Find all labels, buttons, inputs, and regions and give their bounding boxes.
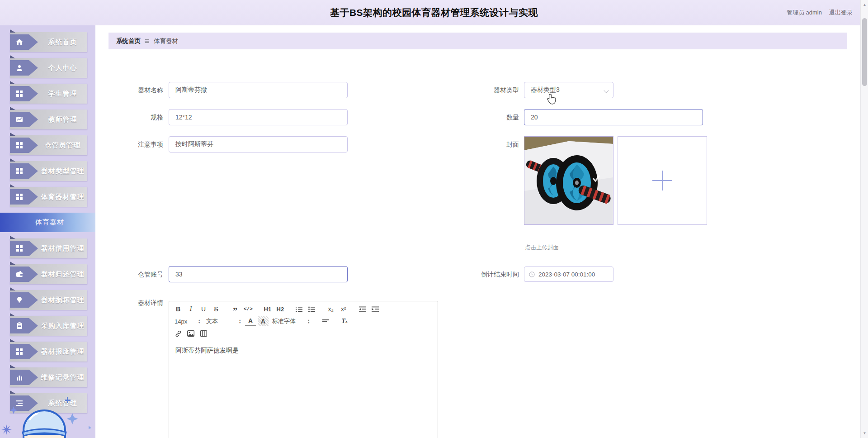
updown-arrows-icon: ▲▼	[239, 319, 241, 324]
warehouse-account-input[interactable]	[169, 266, 348, 282]
font-size-select[interactable]: 14px ▲▼	[173, 316, 203, 326]
paragraph-format-select[interactable]: 文本 ▲▼	[204, 316, 243, 326]
user-icon	[16, 64, 23, 71]
mascot-illustration	[0, 381, 95, 438]
clipboard-icon	[16, 322, 23, 329]
code-button[interactable]: </>	[242, 304, 254, 314]
cover-label: 封面	[460, 136, 519, 152]
grid-icon	[16, 193, 23, 200]
sidebar-item-purchase-inbound[interactable]: 采购入库管理	[10, 316, 87, 336]
logged-in-user: 管理员 admin	[787, 9, 822, 17]
grid-icon	[16, 245, 23, 252]
scrollbar-thumb[interactable]	[862, 18, 867, 86]
heading2-button[interactable]: H2	[275, 304, 286, 314]
sidebar-item-home[interactable]: 系统首页	[10, 32, 87, 52]
notes-input[interactable]	[169, 136, 348, 152]
breadcrumb-separator-icon	[145, 39, 150, 43]
outdent-button[interactable]	[357, 304, 368, 314]
spec-label: 规格	[104, 109, 163, 125]
quantity-label: 数量	[460, 109, 519, 125]
equipment-type-label: 器材类型	[460, 82, 519, 98]
sidebar-item-borrow-mgmt[interactable]: 器材借用管理	[10, 238, 87, 258]
equipment-name-label: 器材名称	[104, 82, 163, 98]
editor-toolbar: B I U S ” </> H1 H2 x₂ x²	[169, 301, 438, 341]
logout-link[interactable]: 退出登录	[829, 9, 853, 17]
breadcrumb-home[interactable]: 系统首页	[116, 37, 141, 45]
quantity-input[interactable]	[524, 109, 703, 125]
sidebar-item-profile[interactable]: 个人中心	[10, 58, 87, 78]
font-family-select[interactable]: 标准字体 ▲▼	[270, 316, 312, 326]
superscript-button[interactable]: x²	[338, 304, 349, 314]
insert-video-button[interactable]	[198, 328, 209, 338]
wallet-icon	[16, 271, 23, 278]
rich-text-editor: B I U S ” </> H1 H2 x₂ x²	[169, 301, 438, 438]
ordered-list-button[interactable]	[294, 304, 305, 314]
cover-photo-thumbnail[interactable]	[524, 136, 613, 225]
grid-icon	[16, 90, 23, 97]
grid-icon	[16, 348, 23, 355]
insert-image-button[interactable]	[185, 328, 196, 338]
clock-icon	[529, 271, 535, 277]
spec-input[interactable]	[169, 109, 348, 125]
equipment-type-select[interactable]: 器材类型3	[524, 82, 613, 98]
unordered-list-button[interactable]	[307, 304, 317, 314]
bulb-icon	[16, 296, 23, 304]
bold-button[interactable]: B	[173, 304, 184, 314]
font-color-button[interactable]: A	[245, 316, 256, 326]
main-content: 系统首页 体育器材 器材名称 器材类型 器材类型3 规格 数量 注意事项 封面	[95, 25, 860, 438]
warehouse-account-label: 仓管账号	[104, 266, 163, 282]
trend-chart-icon	[16, 116, 23, 123]
breadcrumb-current: 体育器材	[154, 37, 178, 45]
sidebar: 系统首页 个人中心 学生管理 教师管理	[0, 25, 95, 438]
sidebar-item-damage-mgmt[interactable]: 器材损坏管理	[10, 290, 87, 310]
sidebar-item-teachers[interactable]: 教师管理	[10, 110, 87, 129]
underline-button[interactable]: U	[198, 304, 209, 314]
sidebar-item-sports-equipment-mgmt[interactable]: 体育器材管理	[10, 187, 87, 207]
sidebar-active-item-sports-equipment[interactable]: 体育器材	[0, 213, 95, 232]
plus-icon	[652, 171, 672, 190]
sidebar-item-scrap-mgmt[interactable]: 器材报废管理	[10, 342, 87, 362]
notes-label: 注意事项	[104, 136, 163, 152]
page-scrollbar[interactable]: ▲ ▼	[860, 0, 868, 438]
strikethrough-button[interactable]: S	[211, 304, 222, 314]
countdown-end-label: 倒计结束时间	[460, 266, 519, 282]
cover-upload-box[interactable]	[618, 136, 707, 225]
sidebar-item-warehouse-staff[interactable]: 仓管员管理	[10, 135, 87, 155]
align-button[interactable]	[320, 316, 331, 326]
subscript-button[interactable]: x₂	[326, 304, 336, 314]
equipment-detail-label: 器材详情	[104, 295, 163, 311]
cover-upload-hint: 点击上传封面	[525, 244, 559, 252]
sidebar-item-students[interactable]: 学生管理	[10, 84, 87, 104]
grid-icon	[16, 142, 23, 149]
sidebar-item-return-mgmt[interactable]: 器材归还管理	[10, 264, 87, 284]
countdown-end-datetime-picker[interactable]: 2023-03-07 00:01:00	[524, 267, 613, 282]
updown-arrows-icon: ▲▼	[307, 319, 310, 324]
chevron-down-icon	[604, 88, 609, 93]
heading1-button[interactable]: H1	[262, 304, 273, 314]
italic-button[interactable]: I	[185, 304, 196, 314]
app-header: 基于BS架构的校园体育器材管理系统设计与实现 管理员 admin 退出登录	[0, 0, 868, 25]
equipment-name-input[interactable]	[169, 82, 348, 98]
editor-content[interactable]: 阿斯蒂芬阿萨德发啊是	[169, 341, 438, 360]
page-title: 基于BS架构的校园体育器材管理系统设计与实现	[0, 0, 868, 25]
highlight-color-button[interactable]: A	[258, 316, 269, 326]
scroll-down-icon[interactable]: ▼	[861, 429, 868, 437]
blockquote-button[interactable]: ”	[230, 304, 241, 314]
bar-chart-icon	[16, 374, 23, 381]
home-icon	[16, 38, 23, 46]
sidebar-item-equipment-types[interactable]: 器材类型管理	[10, 161, 87, 181]
scroll-up-icon[interactable]: ▲	[861, 1, 868, 9]
grid-icon	[16, 167, 23, 175]
breadcrumb: 系统首页 体育器材	[108, 33, 847, 49]
updown-arrows-icon: ▲▼	[198, 319, 201, 324]
insert-link-button[interactable]	[173, 328, 184, 338]
clear-format-button[interactable]: Tx	[339, 316, 350, 326]
indent-button[interactable]	[370, 304, 381, 314]
